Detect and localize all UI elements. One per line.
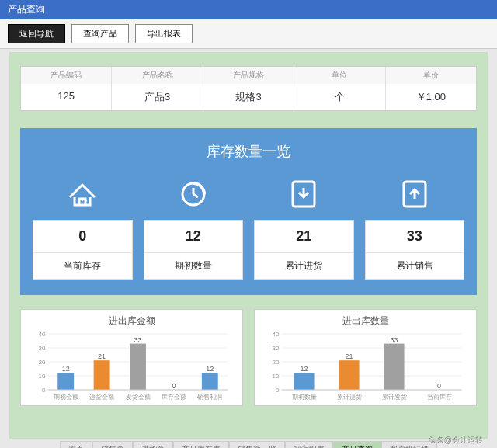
export-button[interactable]: 导出报表 [135, 24, 193, 43]
field-name: 产品名称产品3 [112, 67, 203, 110]
svg-rect-19 [94, 360, 110, 390]
source-label: 头条@会计运转 [429, 435, 483, 446]
svg-text:21: 21 [98, 352, 106, 360]
query-button[interactable]: 查询产品 [71, 24, 129, 43]
card-label: 期初数量 [144, 253, 243, 279]
titlebar: 产品查询 [0, 0, 497, 19]
product-fields: 产品编码125 产品名称产品3 产品规格规格3 单位个 单价￥1.00 [20, 66, 477, 111]
sheet-tabs: 主页销售单进货单产品库存表销售额一览利润报表产品查询客户排行榜 [9, 441, 488, 448]
svg-text:0: 0 [276, 387, 280, 394]
svg-point-1 [82, 200, 83, 201]
house-icon [33, 173, 133, 212]
svg-text:当前库存: 当前库存 [427, 394, 452, 401]
svg-rect-42 [294, 373, 314, 390]
stock-card-1: 12期初数量 [144, 173, 244, 280]
download-icon [254, 173, 354, 212]
svg-text:12: 12 [300, 365, 308, 373]
svg-rect-22 [130, 344, 146, 390]
card-value: 0 [33, 221, 132, 253]
svg-text:40: 40 [39, 331, 46, 338]
chart-amount: 进出库金额 01020304012期初金额21进货金额33发货金额0库存金额12… [20, 309, 243, 406]
svg-rect-45 [339, 360, 359, 390]
svg-rect-48 [384, 344, 404, 390]
card-label: 累计进货 [255, 253, 353, 279]
svg-text:10: 10 [273, 373, 280, 380]
back-button[interactable]: 返回导航 [8, 24, 65, 43]
svg-text:12: 12 [62, 365, 70, 373]
stock-panel: 库存数量一览 0当前库存12期初数量21累计进货33累计销售 [20, 128, 477, 295]
svg-text:累计发货: 累计发货 [382, 394, 407, 401]
card-label: 当前库存 [33, 253, 132, 279]
field-price: 单价￥1.00 [386, 67, 476, 110]
tab-主页[interactable]: 主页 [60, 441, 92, 448]
svg-text:累计进货: 累计进货 [337, 394, 362, 401]
tab-销售额一览[interactable]: 销售额一览 [229, 441, 285, 448]
svg-text:0: 0 [42, 387, 46, 394]
svg-text:库存金额: 库存金额 [162, 394, 186, 401]
svg-text:销售利润: 销售利润 [196, 394, 222, 401]
tab-利润报表[interactable]: 利润报表 [285, 441, 333, 448]
svg-text:10: 10 [39, 373, 46, 380]
svg-text:期初金额: 期初金额 [54, 394, 78, 401]
svg-text:20: 20 [273, 359, 280, 366]
card-value: 33 [366, 221, 464, 253]
field-code: 产品编码125 [21, 67, 112, 110]
tab-产品库存表[interactable]: 产品库存表 [173, 441, 229, 448]
svg-text:进货金额: 进货金额 [89, 394, 114, 401]
svg-text:30: 30 [39, 345, 46, 352]
svg-text:0: 0 [437, 382, 441, 390]
window-title: 产品查询 [8, 4, 45, 15]
stock-card-2: 21累计进货 [254, 173, 354, 280]
stock-card-0: 0当前库存 [33, 173, 133, 280]
svg-point-0 [78, 200, 79, 201]
svg-text:40: 40 [273, 331, 280, 338]
upload-icon [365, 173, 465, 212]
chart-amount-title: 进出库金额 [27, 314, 236, 328]
field-unit: 单位个 [294, 67, 385, 110]
svg-text:33: 33 [390, 336, 398, 344]
svg-text:期初数量: 期初数量 [292, 394, 317, 401]
svg-point-2 [85, 200, 87, 201]
svg-text:33: 33 [134, 336, 141, 344]
tab-销售单[interactable]: 销售单 [92, 441, 133, 448]
chart-qty: 进出库数量 01020304012期初数量21累计进货33累计发货0当前库存 [254, 309, 477, 406]
card-label: 累计销售 [366, 253, 464, 279]
svg-rect-16 [57, 373, 74, 390]
toolbar: 返回导航 查询产品 导出报表 [0, 19, 497, 49]
chart-qty-svg: 01020304012期初数量21累计进货33累计发货0当前库存 [261, 329, 470, 401]
charts-row: 进出库金额 01020304012期初金额21进货金额33发货金额0库存金额12… [20, 309, 477, 406]
tab-进货单[interactable]: 进货单 [133, 441, 173, 448]
panel-title: 库存数量一览 [33, 142, 464, 161]
svg-rect-28 [202, 373, 218, 390]
svg-text:发货金额: 发货金额 [126, 394, 151, 401]
field-spec: 产品规格规格3 [203, 67, 294, 110]
card-value: 12 [144, 221, 243, 253]
svg-text:21: 21 [345, 352, 353, 360]
stock-card-3: 33累计销售 [365, 173, 465, 280]
svg-text:30: 30 [273, 345, 280, 352]
stock-cards: 0当前库存12期初数量21累计进货33累计销售 [33, 173, 464, 280]
svg-text:12: 12 [206, 365, 214, 373]
page: 产品编码125 产品名称产品3 产品规格规格3 单位个 单价￥1.00 库存数量… [9, 52, 488, 439]
svg-text:0: 0 [172, 382, 176, 390]
tab-产品查询[interactable]: 产品查询 [333, 441, 381, 448]
card-value: 21 [255, 221, 353, 253]
svg-text:20: 20 [39, 359, 46, 366]
chart-amount-svg: 01020304012期初金额21进货金额33发货金额0库存金额12销售利润 [27, 329, 236, 401]
clock-icon [144, 173, 244, 212]
chart-qty-title: 进出库数量 [261, 314, 470, 328]
